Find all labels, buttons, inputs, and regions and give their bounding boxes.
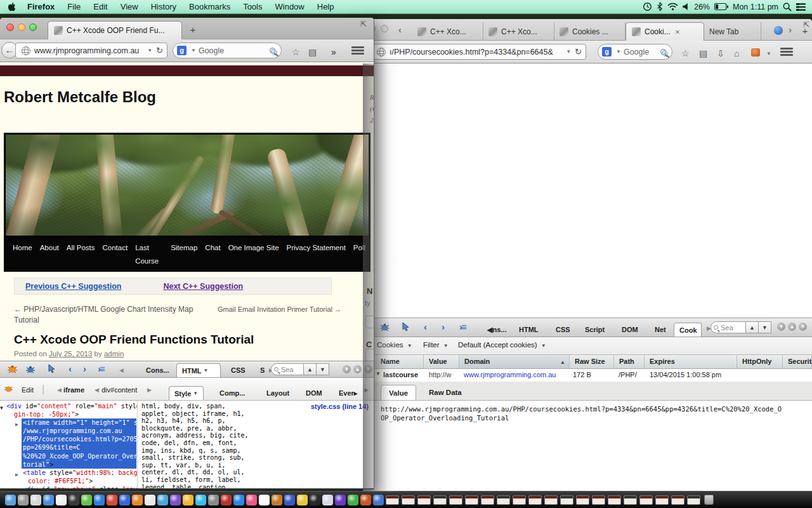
menu-hamburger-icon-left[interactable] xyxy=(351,46,364,55)
bookmark-star-icon-left[interactable]: ☆ xyxy=(292,47,300,57)
firebug-edit-icon[interactable] xyxy=(4,384,13,394)
firebug-maximize-icon[interactable]: ▴ xyxy=(788,323,796,331)
dock-minimized-window[interactable] xyxy=(687,495,700,505)
dock-minimized-window[interactable] xyxy=(402,495,415,505)
dock-app-icon[interactable] xyxy=(183,495,193,505)
bookmark-star-icon-right[interactable]: ☆ xyxy=(681,48,690,58)
dock-app-icon[interactable] xyxy=(297,495,308,505)
dock-app-icon[interactable] xyxy=(221,495,232,505)
url-bar-right[interactable]: ı/PHP/coursecookies.html?p=4334&pn=6645&… xyxy=(372,44,586,60)
dock-app-icon[interactable] xyxy=(272,495,282,505)
html-line[interactable]: gin-top: -50px;"> xyxy=(0,410,137,418)
dock-minimized-window[interactable] xyxy=(624,495,637,505)
tab-scroll-right-icon[interactable]: › xyxy=(789,24,792,35)
filter-menu[interactable]: Filter ▼ xyxy=(423,341,449,349)
side-tab-ever[interactable]: Ever▸ xyxy=(334,386,362,400)
style-side-panel[interactable]: style.css (line 14) html, body, div, spa… xyxy=(138,401,374,488)
dock-app-icon[interactable] xyxy=(5,495,16,505)
dock-minimized-window[interactable] xyxy=(544,495,558,505)
blog-nav-privacy-statement[interactable]: Privacy Statement xyxy=(287,241,346,255)
notification-center-icon[interactable] xyxy=(796,3,806,11)
dock-app-icon[interactable] xyxy=(195,495,206,505)
site-title[interactable]: Robert Metcalfe Blog xyxy=(4,88,156,106)
dock-minimized-window[interactable] xyxy=(449,495,462,505)
dock-minimized-window[interactable] xyxy=(497,495,510,505)
breadcrumb-iframe[interactable]: iframe xyxy=(63,386,84,394)
tab-right-1[interactable]: C++ Xco... xyxy=(483,22,554,41)
dock-app-icon[interactable] xyxy=(348,495,358,505)
post-date-link[interactable]: July 25, 2013 xyxy=(49,350,92,358)
dock-minimized-window[interactable] xyxy=(513,495,526,505)
wifi-icon[interactable] xyxy=(667,3,678,11)
url-dropdown-icon-left[interactable]: ▼ xyxy=(147,48,152,53)
firebug-toolbar-icon[interactable] xyxy=(751,48,760,57)
dock-minimized-window[interactable] xyxy=(528,495,542,505)
bluetooth-icon[interactable] xyxy=(657,2,663,11)
side-tab-dom[interactable]: DOM xyxy=(301,386,327,400)
side-tab-layout[interactable]: Layout xyxy=(261,386,294,400)
menu-window[interactable]: Window xyxy=(269,2,311,11)
reload-icon-left[interactable]: ↻ xyxy=(156,46,163,55)
dock-app-icon[interactable] xyxy=(69,495,79,505)
sidetabs-overflow-icon[interactable]: ▶ xyxy=(364,387,369,393)
menu-tools[interactable]: Tools xyxy=(237,2,268,11)
cookie-col-raw-size[interactable]: Raw Size xyxy=(570,355,614,368)
blog-nav-poll[interactable]: Poll xyxy=(353,241,365,255)
cookie-col-securit[interactable]: Securit xyxy=(783,355,812,368)
dock-app-icon[interactable] xyxy=(30,495,41,505)
next-suggestion-link[interactable]: Next C++ Suggestion xyxy=(163,282,243,291)
dock-app-icon[interactable] xyxy=(94,495,105,505)
dock-app-icon[interactable] xyxy=(360,495,371,505)
firebug-search-nav-left[interactable]: ▲▼ xyxy=(304,363,329,375)
cookie-col-path[interactable]: Path xyxy=(614,355,645,368)
menu-firefox[interactable]: Firefox xyxy=(21,2,61,11)
tabs-scroll-left-icon[interactable]: ◀ xyxy=(119,367,124,373)
search-go-icon-left[interactable]: 🔍 xyxy=(270,48,275,53)
dock-minimized-window[interactable] xyxy=(386,495,399,505)
menu-bookmarks[interactable]: Bookmarks xyxy=(183,2,237,11)
tab-scroll-left-icon[interactable]: ‹ xyxy=(398,24,402,35)
dock-app-icon[interactable] xyxy=(233,495,244,505)
search-placeholder-left[interactable]: Google xyxy=(199,46,224,55)
firebug-forward-icon-left[interactable]: › xyxy=(83,363,86,374)
post-author-link[interactable]: admin xyxy=(104,350,124,358)
dock-app-icon[interactable] xyxy=(56,495,67,505)
cookie-col-expires[interactable]: Expires xyxy=(645,355,737,368)
url-bar-left[interactable]: www.rjmprogramming.com.au ▼ ↻ xyxy=(15,43,167,58)
traffic-light-zoom[interactable] xyxy=(29,23,37,31)
firebug-tab-s[interactable]: S xyxy=(255,363,265,377)
search-prev-icon-left[interactable]: ▲ xyxy=(304,363,317,375)
subtab-raw-data[interactable]: Raw Data xyxy=(421,385,469,400)
firebug-search-right[interactable]: Sea xyxy=(710,321,746,333)
dock-minimized-window[interactable] xyxy=(671,495,684,505)
dock-app-icon[interactable] xyxy=(81,495,92,505)
dock-app-icon[interactable] xyxy=(322,495,333,505)
url-dropdown-icon[interactable]: ▼ xyxy=(566,49,571,55)
dock-minimized-window[interactable] xyxy=(560,495,573,505)
menu-edit[interactable]: Edit xyxy=(87,2,114,11)
blog-nav-contact[interactable]: Contact xyxy=(103,241,128,255)
new-tab-button-left[interactable]: + xyxy=(186,24,200,36)
toolbar-overflow-icon[interactable]: » xyxy=(331,47,336,57)
blog-nav-chat[interactable]: Chat xyxy=(205,241,220,255)
firebug-caret-icon[interactable]: ▼ xyxy=(766,51,771,57)
bookmarks-menu-icon-right[interactable]: ▤ xyxy=(699,48,707,58)
volume-icon[interactable] xyxy=(683,3,690,11)
dock-app-icon[interactable] xyxy=(170,495,181,505)
menu-hamburger-icon-right[interactable] xyxy=(780,48,793,57)
blog-nav-last-course[interactable]: Last Course xyxy=(135,241,163,268)
firebug-tab-right-net[interactable]: Net xyxy=(650,323,672,337)
sidebar-box2[interactable] xyxy=(365,349,374,361)
firebug-close-icon-left[interactable]: ✕ xyxy=(364,365,372,373)
firebug-bug-icon[interactable] xyxy=(379,323,390,332)
firebug-icon[interactable] xyxy=(7,364,18,374)
dock-app-icon[interactable] xyxy=(335,495,346,505)
subtab-value[interactable]: Value xyxy=(381,385,416,400)
google-search-icon-left[interactable]: g xyxy=(177,46,187,55)
css-file-link[interactable]: style.css (line 14) xyxy=(311,403,369,411)
menu-file[interactable]: File xyxy=(61,2,87,11)
site-identity-icon-left[interactable] xyxy=(22,46,30,55)
traffic-light-minimize[interactable] xyxy=(18,23,25,31)
cookies-menu[interactable]: Cookies ▼ xyxy=(377,341,412,349)
firebug-bug-icon-left[interactable] xyxy=(25,365,36,374)
